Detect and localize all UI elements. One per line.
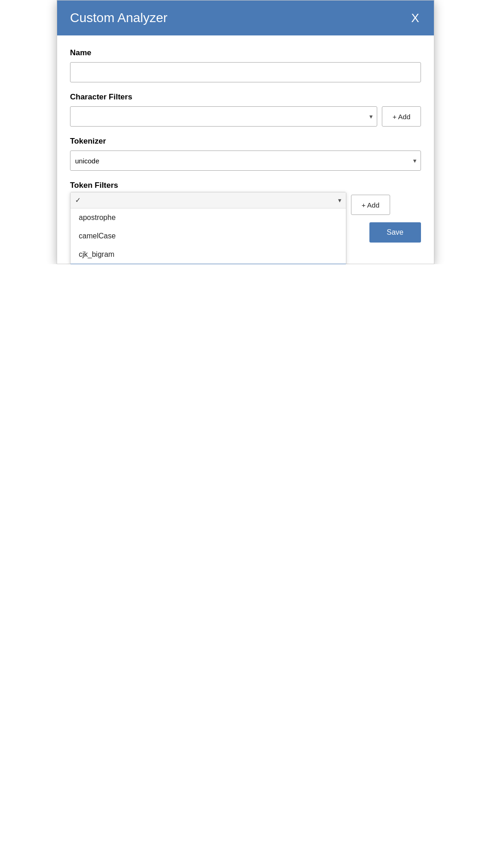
save-button[interactable]: Save [369,222,421,243]
token-filters-list: apostrophe camelCase cjk_bigram cjk_widt… [70,208,346,264]
character-filters-select-wrapper: ▾ [70,106,377,127]
tokenizer-label: Tokenizer [70,137,421,146]
custom-analyzer-dialog: Custom Analyzer X Name Character Filters… [57,0,434,264]
close-button[interactable]: X [409,12,421,24]
character-filters-select[interactable] [70,106,377,127]
name-field-group: Name [70,48,421,82]
dialog-body: Name Character Filters ▾ + Add Tokenizer [57,35,434,264]
dialog-title: Custom Analyzer [70,11,168,25]
character-filters-label: Character Filters [70,93,421,102]
list-item[interactable]: cjk_bigram [70,245,346,264]
name-label: Name [70,48,421,58]
checkmark-icon: ✓ [75,196,81,204]
list-item-selected[interactable]: cjk_width [70,264,346,264]
character-filters-row: ▾ + Add [70,106,421,127]
token-filters-group: Token Filters ✓ ▾ apostrophe camelCase c… [70,181,421,254]
list-item[interactable]: apostrophe [70,208,346,227]
name-input[interactable] [70,62,421,82]
token-filters-dropdown: ✓ ▾ apostrophe camelCase cjk_bigram cjk_… [70,192,346,264]
token-filters-chevron-icon: ▾ [338,197,341,204]
list-item[interactable]: camelCase [70,227,346,245]
character-filters-group: Character Filters ▾ + Add [70,93,421,127]
character-filters-add-button[interactable]: + Add [382,106,421,127]
tokenizer-select[interactable]: unicode standard whitespace keyword lett… [70,150,421,171]
tokenizer-group: Tokenizer unicode standard whitespace ke… [70,137,421,171]
token-filters-select-top[interactable]: ✓ ▾ [70,192,346,208]
tokenizer-select-wrapper: unicode standard whitespace keyword lett… [70,150,421,171]
dialog-header: Custom Analyzer X [57,0,434,35]
token-filters-label: Token Filters [70,181,421,190]
token-filters-add-button[interactable]: + Add [351,195,390,215]
